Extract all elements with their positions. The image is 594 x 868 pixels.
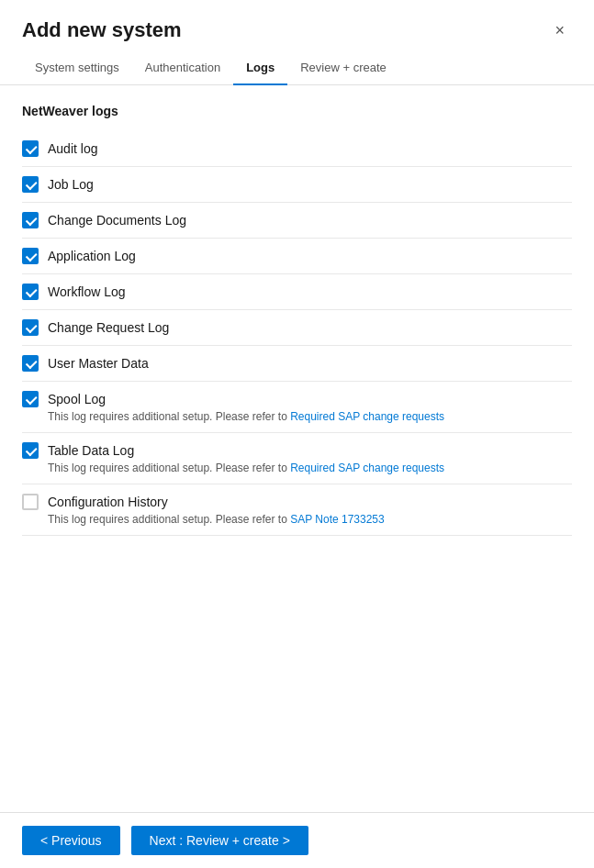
tab-authentication[interactable]: Authentication: [132, 51, 233, 85]
log-note-spool-log: This log requires additional setup. Plea…: [48, 410, 572, 423]
log-item-job-log: Job Log: [22, 167, 572, 203]
checkbox-application-log[interactable]: [22, 248, 39, 264]
log-item-row-spool-log: Spool Log: [22, 391, 572, 407]
log-item-row-job-log: Job Log: [22, 176, 572, 193]
checkbox-configuration-history[interactable]: [22, 494, 39, 510]
checkbox-change-documents-log[interactable]: [22, 212, 39, 228]
log-item-change-request-log: Change Request Log: [22, 310, 572, 346]
log-item-row-workflow-log: Workflow Log: [22, 284, 572, 300]
log-item-user-master-data: User Master Data: [22, 346, 572, 382]
log-note-link-spool-log[interactable]: Required SAP change requests: [290, 410, 444, 423]
next-button[interactable]: Next : Review + create >: [131, 826, 308, 855]
content-area: NetWeaver logs Audit logJob LogChange Do…: [0, 85, 594, 812]
log-note-table-data-log: This log requires additional setup. Plea…: [48, 462, 572, 474]
log-label-job-log: Job Log: [48, 177, 94, 192]
add-new-system-dialog: Add new system × System settingsAuthenti…: [0, 0, 594, 868]
section-title: NetWeaver logs: [22, 104, 572, 118]
checkbox-spool-log[interactable]: [22, 391, 39, 407]
tab-system-settings[interactable]: System settings: [22, 51, 132, 85]
log-item-row-user-master-data: User Master Data: [22, 355, 572, 372]
log-label-change-request-log: Change Request Log: [48, 320, 169, 335]
checkbox-user-master-data[interactable]: [22, 355, 39, 372]
log-item-row-table-data-log: Table Data Log: [22, 442, 572, 459]
dialog-header: Add new system ×: [0, 0, 594, 51]
tab-bar: System settingsAuthenticationLogsReview …: [0, 51, 594, 85]
log-note-configuration-history: This log requires additional setup. Plea…: [48, 513, 572, 526]
close-button[interactable]: ×: [547, 18, 572, 42]
log-label-spool-log: Spool Log: [48, 392, 106, 406]
log-item-table-data-log: Table Data LogThis log requires addition…: [22, 433, 572, 484]
checkbox-table-data-log[interactable]: [22, 442, 39, 459]
log-note-link-configuration-history[interactable]: SAP Note 1733253: [290, 513, 385, 526]
dialog-title: Add new system: [22, 18, 182, 42]
log-item-row-configuration-history: Configuration History: [22, 494, 572, 510]
log-item-workflow-log: Workflow Log: [22, 274, 572, 310]
checkbox-workflow-log[interactable]: [22, 284, 39, 300]
log-item-spool-log: Spool LogThis log requires additional se…: [22, 382, 572, 433]
log-item-row-change-request-log: Change Request Log: [22, 319, 572, 336]
checkbox-job-log[interactable]: [22, 176, 39, 193]
log-item-audit-log: Audit log: [22, 131, 572, 167]
log-note-link-table-data-log[interactable]: Required SAP change requests: [290, 462, 444, 474]
footer: < Previous Next : Review + create >: [0, 812, 594, 868]
log-item-row-application-log: Application Log: [22, 248, 572, 264]
previous-button[interactable]: < Previous: [22, 826, 120, 855]
tab-logs[interactable]: Logs: [233, 51, 287, 85]
checkbox-audit-log[interactable]: [22, 140, 39, 157]
log-label-configuration-history: Configuration History: [48, 495, 168, 509]
log-item-change-documents-log: Change Documents Log: [22, 203, 572, 239]
log-list: Audit logJob LogChange Documents LogAppl…: [22, 131, 572, 536]
log-label-application-log: Application Log: [48, 249, 136, 263]
log-label-user-master-data: User Master Data: [48, 356, 149, 371]
log-label-table-data-log: Table Data Log: [48, 443, 134, 458]
tab-review-create[interactable]: Review + create: [287, 51, 399, 85]
log-label-change-documents-log: Change Documents Log: [48, 213, 186, 228]
log-item-configuration-history: Configuration HistoryThis log requires a…: [22, 484, 572, 536]
log-item-application-log: Application Log: [22, 239, 572, 274]
checkbox-change-request-log[interactable]: [22, 319, 39, 336]
log-item-row-audit-log: Audit log: [22, 140, 572, 157]
log-label-audit-log: Audit log: [48, 141, 97, 156]
log-label-workflow-log: Workflow Log: [48, 284, 126, 299]
log-item-row-change-documents-log: Change Documents Log: [22, 212, 572, 228]
